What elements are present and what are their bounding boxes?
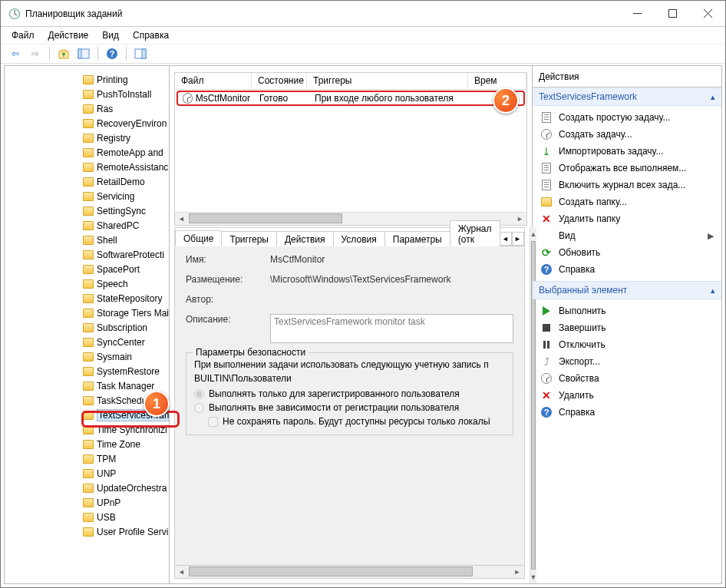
tab-conditions[interactable]: Условия [333, 231, 385, 246]
action-справка[interactable]: ?Справка [533, 261, 721, 278]
minimize-button[interactable] [619, 1, 655, 26]
action-sel-завершить[interactable]: Завершить [533, 319, 721, 336]
col-time[interactable]: Врем [468, 73, 526, 89]
action-импортировать-задачу-[interactable]: ⤓Импортировать задачу... [533, 143, 721, 160]
actions-pane: Действия TextServicesFramework▴ Создать … [533, 66, 721, 583]
tree-item-softwareprotecti[interactable]: SoftwareProtecti [6, 247, 169, 262]
back-button[interactable]: ⇦ [7, 45, 24, 62]
tree-item-task-manager[interactable]: Task Manager [6, 378, 169, 393]
menu-file[interactable]: Файл [12, 30, 35, 41]
tree-item-label: SyncCenter [97, 337, 145, 348]
action-создать-папку-[interactable]: Создать папку... [533, 193, 721, 210]
folder-icon [83, 338, 94, 347]
tree-item-recoveryenviron[interactable]: RecoveryEnviron [6, 116, 169, 130]
tree-item-sysmain[interactable]: Sysmain [6, 349, 169, 364]
tree-item-staterepository[interactable]: StateRepository [6, 291, 169, 306]
opt-any-logon[interactable]: Выполнять вне зависимости от регистрации… [194, 402, 505, 413]
task-file: MsCtfMonitor [196, 93, 250, 104]
tab-params[interactable]: Параметры [384, 231, 450, 246]
close-button[interactable] [690, 1, 725, 26]
tree-item-updateorchestra[interactable]: UpdateOrchestra [6, 481, 169, 495]
opt-no-password[interactable]: Не сохранять пароль. Будут доступны ресу… [208, 416, 505, 427]
action-sel-выполнить[interactable]: Выполнить [533, 302, 721, 319]
maximize-button[interactable] [655, 1, 690, 26]
tree-item-spaceport[interactable]: SpacePort [6, 262, 169, 276]
tree-item-remoteapp-and[interactable]: RemoteApp and [6, 145, 169, 160]
action-label: Создать задачу... [559, 129, 632, 140]
action-sel-удалить[interactable]: ✕Удалить [533, 387, 721, 404]
tree-item-tpm[interactable]: TPM [6, 451, 169, 466]
toolbar: ⇦ ⇨ ? [1, 44, 725, 64]
tree-item-registry[interactable]: Registry [6, 130, 169, 145]
menu-help[interactable]: Справка [133, 30, 169, 41]
action-label: Удалить [559, 390, 594, 401]
action-sel-свойства[interactable]: Свойства [533, 370, 721, 387]
tree-item-user-profile-servi[interactable]: User Profile Servi [6, 524, 169, 539]
col-file[interactable]: Файл [175, 73, 252, 89]
action-label: Создать простую задачу... [559, 112, 670, 123]
action-label: Отключить [559, 339, 606, 350]
tab-journal[interactable]: Журнал (отк [450, 220, 500, 246]
tree-item-speech[interactable]: Speech [6, 276, 169, 291]
action-создать-простую-задачу-[interactable]: Создать простую задачу... [533, 109, 721, 126]
tree-item-shell[interactable]: Shell [6, 233, 169, 247]
export-icon: ⤴ [544, 355, 549, 368]
badge-2: 2 [493, 88, 519, 114]
details-hscroll[interactable]: ◄► [175, 565, 524, 578]
action-label: Отображать все выполняем... [559, 163, 686, 173]
action-удалить-папку[interactable]: ✕Удалить папку [533, 210, 721, 227]
tree-item-synccenter[interactable]: SyncCenter [6, 335, 169, 349]
tree-item-usb[interactable]: USB [6, 510, 169, 524]
menu-view[interactable]: Вид [102, 30, 119, 41]
col-triggers[interactable]: Триггеры [307, 73, 468, 89]
action-sel-экспорт-[interactable]: ⤴Экспорт... [533, 353, 721, 370]
tree-item-label: TPM [97, 454, 116, 464]
tree-item-systemrestore[interactable]: SystemRestore [6, 364, 169, 378]
forward-button[interactable]: ⇨ [27, 45, 44, 62]
properties-button[interactable] [75, 45, 92, 62]
action-вид[interactable]: Вид▶ [533, 227, 721, 244]
tree-item-time-zone[interactable]: Time Zone [6, 437, 169, 451]
action-создать-задачу-[interactable]: Создать задачу... [533, 126, 721, 143]
show-preview-button[interactable] [132, 45, 149, 62]
opt-logged-only[interactable]: Выполнять только для зарегистрированного… [194, 388, 505, 399]
help-button[interactable]: ? [104, 45, 120, 62]
task-list-header[interactable]: Файл Состояние Триггеры Врем [175, 73, 526, 90]
task-row[interactable]: MsCtfMonitor Готово При входе любого пол… [177, 91, 525, 106]
tree-item-retaildemo[interactable]: RetailDemo [6, 174, 169, 189]
tab-scroll[interactable]: ◄► [500, 232, 524, 246]
tab-general[interactable]: Общие [175, 230, 222, 246]
tree-item-sharedpc[interactable]: SharedPC [6, 218, 169, 233]
actions-section-selected[interactable]: Выбранный элемент▴ [533, 281, 721, 299]
folder-icon [541, 197, 552, 206]
folder-icon [83, 90, 94, 99]
tree-item-time-synchronizi[interactable]: Time Synchronizi [6, 422, 169, 437]
action-включить-журнал-всех-зада-[interactable]: Включить журнал всех зада... [533, 177, 721, 193]
tree-item-unp[interactable]: UNP [6, 466, 169, 481]
tree-item-servicing[interactable]: Servicing [6, 189, 169, 203]
action-обновить[interactable]: ⟳Обновить [533, 244, 721, 261]
tree-item-upnp[interactable]: UPnP [6, 495, 169, 510]
tab-triggers[interactable]: Триггеры [221, 231, 277, 246]
action-sel-отключить[interactable]: Отключить [533, 336, 721, 353]
tree-item-storage-tiers-mai[interactable]: Storage Tiers Mai [6, 306, 169, 320]
action-sel-справка[interactable]: ?Справка [533, 404, 721, 421]
folder-icon [83, 177, 94, 187]
tree-item-printing[interactable]: Printing [6, 72, 169, 87]
up-button[interactable] [55, 45, 72, 62]
tree-item-subscription[interactable]: Subscription [6, 320, 169, 335]
tree-item-label: USB [97, 512, 116, 523]
tree-item-label: SettingSync [97, 206, 146, 216]
menu-action[interactable]: Действие [48, 30, 89, 41]
tab-actions[interactable]: Действия [276, 231, 334, 246]
tree-item-remoteassistanc[interactable]: RemoteAssistanc [6, 160, 169, 174]
tree-item-pushtoinstall[interactable]: PushToInstall [6, 87, 169, 101]
tree-item-settingsync[interactable]: SettingSync [6, 203, 169, 218]
folder-icon [83, 527, 94, 537]
col-state[interactable]: Состояние [252, 73, 307, 89]
value-desc[interactable] [270, 314, 513, 343]
tree-item-ras[interactable]: Ras [6, 101, 169, 116]
actions-section-current[interactable]: TextServicesFramework▴ [533, 88, 721, 106]
navigation-tree[interactable]: PrintingPushToInstallRasRecoveryEnvironR… [5, 66, 170, 583]
action-отображать-все-выполняем-[interactable]: Отображать все выполняем... [533, 160, 721, 177]
